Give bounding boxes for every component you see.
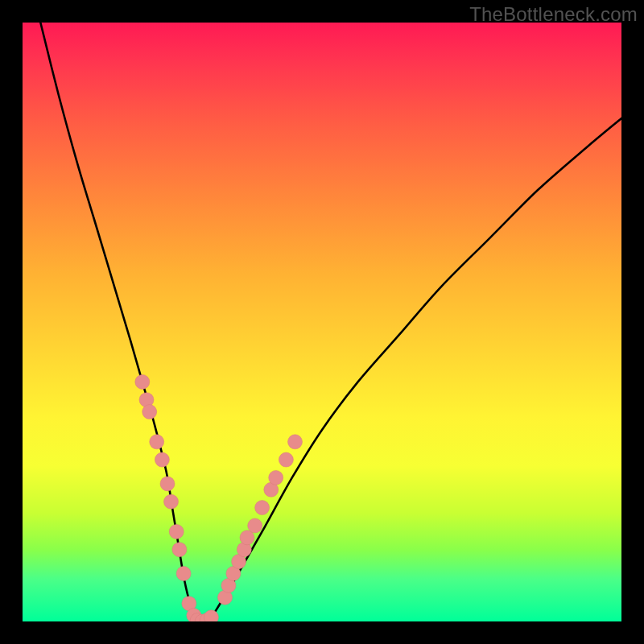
curve-marker [288,435,303,449]
curve-markers [135,374,303,621]
curve-marker [269,470,283,485]
chart-svg [23,23,621,621]
curve-marker [176,567,191,581]
chart-plot-area [23,23,621,621]
curve-marker [150,435,164,449]
curve-marker [142,405,157,419]
curve-marker [135,374,150,389]
watermark-text: TheBottleneck.com [469,3,638,26]
curve-marker [248,518,262,533]
curve-marker [172,543,187,557]
curve-marker [164,494,179,509]
curve-marker [279,452,293,467]
curve-marker [255,501,270,515]
curve-marker [169,524,184,539]
curve-marker [155,452,169,467]
bottleneck-curve-line [40,23,621,621]
curve-marker [160,477,175,491]
